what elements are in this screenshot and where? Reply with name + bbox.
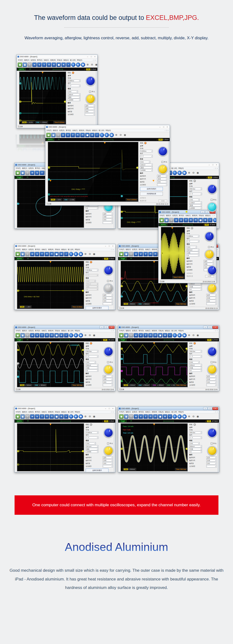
menu-item-9[interactable]: 帮助(H) xyxy=(178,411,184,413)
pause-icon[interactable]: ▮▮ xyxy=(79,252,83,256)
zoom-window-icon[interactable]: ⌕ xyxy=(168,414,172,419)
edge-type-select[interactable]: -▾ xyxy=(103,302,113,305)
edge-type-select[interactable]: -▾ xyxy=(206,384,216,386)
select-control-items-button[interactable]: 选择控制项目 xyxy=(86,468,108,472)
menu-item-5[interactable]: 测量(M) xyxy=(50,59,56,61)
menu-item-2[interactable]: 设置(S) xyxy=(132,248,137,251)
window-controls[interactable]: –□× xyxy=(203,326,218,329)
zoom-window-icon[interactable]: ⌕ xyxy=(66,62,71,67)
menu-item-0[interactable]: 文件(F) xyxy=(119,330,124,332)
record-setup-icon[interactable]: R xyxy=(203,218,207,222)
format-select[interactable]: Y -T▾ xyxy=(189,355,202,358)
menu-item-5[interactable]: 测量(M) xyxy=(48,248,54,251)
vertical-setup-icon[interactable]: V xyxy=(35,171,39,175)
channel-select[interactable]: CH1▾ xyxy=(189,198,199,201)
menu-item-5[interactable]: 测量(M) xyxy=(152,330,157,332)
menu-item-2[interactable]: 设置(S) xyxy=(28,167,34,170)
coupling-select[interactable]: 交流▾ xyxy=(86,366,98,369)
volts-div-select[interactable]: 500mV▾ xyxy=(86,283,98,285)
menu-item-2[interactable]: 设置(S) xyxy=(28,248,34,251)
maximize-button[interactable]: □ xyxy=(162,126,165,128)
horizontal-knob[interactable] xyxy=(207,184,217,194)
close-button[interactable]: × xyxy=(93,56,97,58)
print-icon[interactable]: ≡ xyxy=(169,218,173,222)
vertical-setup-icon[interactable]: V xyxy=(37,62,42,67)
probe-select[interactable]: x1▾ xyxy=(187,254,199,256)
advanced-params-button[interactable]: 高级参数设置 xyxy=(140,192,163,196)
print-icon[interactable]: ≡ xyxy=(28,62,32,67)
menu-item-3[interactable]: 显示(D) xyxy=(66,130,71,132)
menu-item-4[interactable]: 光标(C) xyxy=(145,248,150,251)
record-setup-icon[interactable]: R xyxy=(59,333,64,338)
menu-item-0[interactable]: 文件(F) xyxy=(119,248,124,251)
open-file-icon[interactable]: ▤ xyxy=(119,414,124,419)
save-icon[interactable]: ▥ xyxy=(20,252,25,256)
format-select[interactable]: Y -T▾ xyxy=(187,240,199,242)
display-grid-icon[interactable]: ▦ xyxy=(54,252,59,256)
open-file-icon[interactable]: ▤ xyxy=(16,252,20,256)
menu-item-8[interactable]: 窗口(W) xyxy=(171,167,177,170)
horizontal-knob[interactable] xyxy=(207,347,217,356)
menu-item-2[interactable]: 设置(S) xyxy=(28,330,34,332)
close-button[interactable]: × xyxy=(212,407,218,410)
probe-select[interactable]: x1▾ xyxy=(189,450,202,453)
menu-item-1[interactable]: 视图(V) xyxy=(22,330,27,332)
trigger-mode-select[interactable]: 边沿▾ xyxy=(103,375,113,378)
coupling-select[interactable]: 交流▾ xyxy=(189,448,202,450)
trigger-mode-select[interactable]: 边沿▾ xyxy=(103,213,113,215)
menu-item-1[interactable]: 视图(V) xyxy=(22,167,27,170)
trigger-mode-select[interactable]: 边沿▾ xyxy=(206,375,216,378)
close-button[interactable]: × xyxy=(111,407,115,410)
menu-item-4[interactable]: 光标(C) xyxy=(44,59,49,61)
zoom-in-icon[interactable]: ⊕ xyxy=(84,334,87,337)
menu-item-2[interactable]: 设置(S) xyxy=(132,330,137,332)
trigger-sweep-select[interactable]: 自动▾ xyxy=(157,178,167,180)
save-icon[interactable]: ▥ xyxy=(23,62,27,67)
trigger-sweep-select[interactable]: 自动▾ xyxy=(206,459,216,462)
sec-div-select[interactable]: 5.000ms▾ xyxy=(68,80,80,82)
mdi-window-controls[interactable]: - □ × xyxy=(92,60,96,61)
maximize-button[interactable]: □ xyxy=(104,326,108,329)
pause-icon[interactable]: ▮▮ xyxy=(79,333,83,338)
minimize-button[interactable]: – xyxy=(104,407,107,410)
display-grid-icon[interactable]: ▦ xyxy=(54,333,59,338)
window-controls[interactable]: –□× xyxy=(86,56,97,58)
open-file-icon[interactable]: ▤ xyxy=(46,133,51,137)
trigger-setup-icon[interactable]: T xyxy=(40,414,44,419)
horizontal-setup-icon[interactable]: H xyxy=(134,252,138,256)
channel-select[interactable]: CH1▾ xyxy=(187,246,197,248)
save-icon[interactable]: ▥ xyxy=(124,252,128,256)
menu-item-3[interactable]: 显示(D) xyxy=(35,167,40,170)
pulse-trigger-icon[interactable]: ⊓ xyxy=(50,414,54,419)
menu-item-9[interactable]: 帮助(H) xyxy=(75,330,80,332)
horizontal-knob[interactable] xyxy=(205,232,214,241)
format-select[interactable]: Y -T▾ xyxy=(86,274,98,276)
network-icon[interactable]: ◉ xyxy=(196,414,200,418)
menu-item-9[interactable]: 帮助(H) xyxy=(178,330,184,332)
menu-item-2[interactable]: 设置(S) xyxy=(59,130,65,132)
zoom-in-icon[interactable]: ⊕ xyxy=(187,171,191,175)
sec-div-select[interactable]: 2.000ms▾ xyxy=(187,235,199,238)
pause-icon[interactable]: ▮▮ xyxy=(109,133,114,137)
record-setup-icon[interactable]: R xyxy=(90,133,94,137)
vertical-knob[interactable] xyxy=(205,250,214,259)
coupling-select[interactable]: 交流▾ xyxy=(189,286,202,288)
format-select[interactable]: Y -T▾ xyxy=(68,84,80,87)
vertical-setup-icon[interactable]: V xyxy=(139,414,143,419)
menu-item-9[interactable]: 帮助(H) xyxy=(75,411,80,413)
mdi-window-controls[interactable]: - □ × xyxy=(211,215,215,216)
menu-item-5[interactable]: 测量(M) xyxy=(152,411,157,413)
zoom-window-icon[interactable]: ⌕ xyxy=(95,133,99,137)
select-control-items-button[interactable]: 选择控制项目 xyxy=(86,306,108,310)
minimize-button[interactable]: – xyxy=(203,326,207,329)
zoom-in-icon[interactable]: ⊕ xyxy=(84,252,87,256)
window-titlebar[interactable]: DSO-6000 - [Scope1] –□× xyxy=(15,326,115,329)
pulse-trigger-icon[interactable]: ⊓ xyxy=(52,62,56,67)
zoom-in-icon[interactable]: ⊕ xyxy=(114,133,118,137)
format-select[interactable]: Y -T▾ xyxy=(140,155,153,157)
edge-trigger-icon[interactable]: ⊓ xyxy=(45,414,49,419)
menu-item-0[interactable]: 文件(F) xyxy=(119,411,124,413)
probe-select[interactable]: x1▾ xyxy=(86,369,98,372)
network-icon[interactable]: ◉ xyxy=(94,63,97,67)
window-titlebar[interactable]: DSO-6000 - [Scope1] –□× xyxy=(118,326,219,329)
